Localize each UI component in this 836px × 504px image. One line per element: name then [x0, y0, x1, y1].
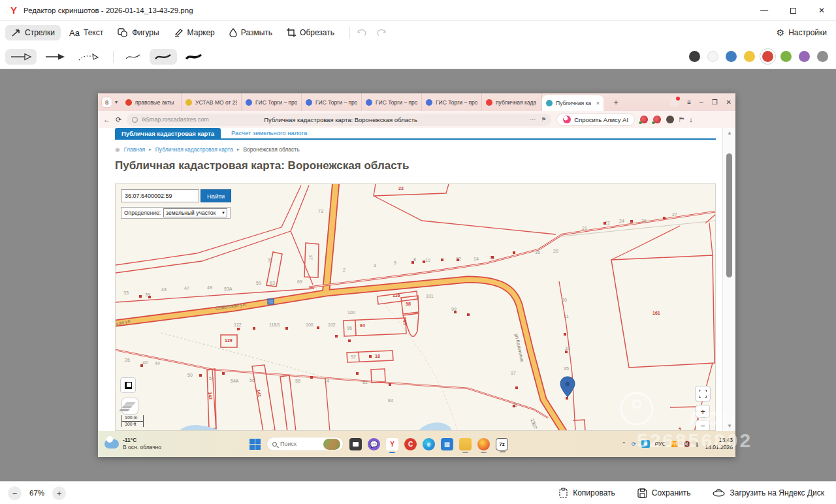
parcel-label: 116 [393, 293, 400, 298]
sync-tray-icon[interactable]: ⟳ [632, 441, 636, 447]
browser-tab[interactable]: публичная када [482, 93, 542, 111]
chat-app-icon[interactable]: 💬 [368, 438, 380, 450]
tray-app-icon[interactable]: ▣ [641, 440, 650, 448]
zoom-out-button[interactable]: − [8, 486, 22, 500]
zoom-in-button[interactable]: + [52, 486, 66, 500]
save-button[interactable]: Сохранить [637, 488, 691, 498]
color-swatch[interactable] [689, 51, 700, 62]
copy-button[interactable]: Копировать [558, 488, 615, 498]
undo-button[interactable] [357, 28, 367, 37]
shapes-tool-button[interactable]: Фигуры [112, 25, 165, 40]
text-tool-button[interactable]: Aa Текст [63, 25, 109, 41]
extension-icon[interactable] [640, 116, 648, 123]
arrows-tool-button[interactable]: Стрелки [5, 25, 61, 40]
arrow-style-dotted-button[interactable] [73, 49, 103, 65]
browser-close-icon[interactable]: ✕ [726, 99, 732, 106]
browser-tab[interactable]: УСТАВ МО от 29 [182, 93, 242, 111]
layers-button[interactable] [121, 398, 138, 415]
refresh-icon[interactable]: ⟳ [116, 116, 121, 124]
profile-icon[interactable] [670, 98, 679, 106]
scroll-down-icon[interactable]: ▼ [723, 423, 735, 429]
site-tab-cadastral-map[interactable]: Публичная кадастровая карта [115, 128, 221, 138]
browser-minimize-icon[interactable]: – [699, 99, 703, 106]
redo-button[interactable] [376, 28, 387, 37]
tray-expand-icon[interactable]: ⌃ [622, 441, 626, 447]
blur-tool-button[interactable]: Размыть [223, 25, 278, 40]
7zip-icon[interactable]: 7z [496, 438, 508, 450]
taskbar-search[interactable]: Поиск [266, 437, 344, 451]
cadastral-map[interactable]: 333943474953А596369732232372358101214151… [115, 183, 716, 431]
settings-button[interactable]: ⚙ Настройки [777, 27, 827, 38]
wifi-icon[interactable]: 🛜 [671, 441, 679, 447]
color-swatch[interactable] [780, 51, 792, 62]
breadcrumb-home[interactable]: Главная [124, 146, 145, 153]
scroll-up-icon[interactable]: ▲ [723, 130, 735, 136]
extension-icon[interactable] [666, 116, 674, 123]
language-indicator[interactable]: РУС [655, 441, 666, 447]
browser-menu-icon[interactable]: ≡ [687, 99, 691, 106]
more-icon[interactable]: ⋯ [530, 116, 536, 123]
task-view-icon[interactable] [349, 438, 362, 450]
battery-icon[interactable]: ▮ [696, 441, 699, 447]
address-field[interactable]: ik5map.roscadastres.com Публичная кадаст… [127, 114, 551, 126]
stroke-thin-button[interactable] [120, 49, 146, 65]
maximize-button[interactable] [779, 0, 807, 21]
stroke-thick-button[interactable] [180, 49, 208, 65]
back-icon[interactable]: ← [103, 116, 110, 123]
site-badge-icon[interactable] [132, 117, 138, 123]
explorer-folder-icon[interactable] [459, 438, 472, 450]
zoom-in-button[interactable]: + [696, 405, 710, 418]
zoom-out-button[interactable]: − [696, 420, 710, 431]
weather-widget[interactable]: -11°C В осн. облачно [104, 437, 161, 450]
cadastral-search-input[interactable]: 36:07:6400002:59 [121, 189, 199, 202]
color-swatch[interactable] [762, 51, 773, 62]
color-swatch[interactable] [799, 51, 810, 62]
browser-restore-icon[interactable]: ❐ [712, 99, 718, 106]
tab-counter[interactable]: 8 [101, 97, 112, 108]
browser-tab[interactable]: ГИС Торги – про [242, 93, 302, 111]
tab-close-icon[interactable]: × [596, 100, 600, 106]
windows-start-button[interactable] [249, 439, 261, 450]
alice-button[interactable]: Спросить Алису AI [556, 113, 635, 126]
download-icon[interactable]: ↓ [689, 116, 693, 123]
collections-icon[interactable]: ⛿ [679, 116, 684, 123]
browser-tab[interactable]: ГИС Торги – про [302, 93, 362, 111]
close-button[interactable]: ✕ [807, 0, 836, 21]
yandex-browser-icon[interactable]: Y [386, 438, 398, 450]
editor-canvas[interactable]: 8 ▾ правовые актыУСТАВ МО от 29ГИС Торги… [0, 69, 836, 481]
upload-yandex-disk-button[interactable]: Загрузить на Яндекс Диск [713, 488, 824, 497]
stroke-medium-button[interactable] [150, 49, 177, 65]
edge-icon[interactable]: e [423, 438, 435, 450]
breadcrumb-map[interactable]: Публичная кадастровая карта [155, 146, 233, 153]
map-search-button[interactable]: Найти [201, 189, 231, 202]
browser-scrollbar[interactable]: ▲ ▼ [722, 128, 735, 431]
arrow-style-solid-button[interactable] [40, 49, 70, 65]
color-swatch[interactable] [726, 51, 737, 62]
fullscreen-button[interactable] [695, 386, 711, 402]
crop-tool-button[interactable]: Обрезать [281, 25, 340, 40]
browser-tab[interactable]: правовые акты [121, 93, 182, 111]
chevron-down-icon[interactable]: ▾ [115, 99, 118, 105]
color-swatch[interactable] [744, 51, 755, 62]
definition-select[interactable]: земельный участок ▾ [163, 208, 227, 217]
parcel-label: 84 [388, 398, 393, 403]
volume-muted-icon[interactable]: 🔇 [683, 441, 690, 447]
minimize-button[interactable]: — [750, 0, 779, 21]
color-swatch[interactable] [817, 51, 828, 62]
browser-tab[interactable]: ГИС Торги – про [422, 93, 482, 111]
browser-tab[interactable]: ГИС Торги – про [362, 93, 422, 111]
arrow-style-outline-button[interactable] [5, 49, 37, 65]
scrollbar-thumb[interactable] [726, 153, 732, 277]
site-tab-land-tax[interactable]: Расчет земельного налога [231, 129, 307, 138]
yandex-start-icon[interactable]: C [404, 438, 417, 450]
firefox-icon[interactable] [477, 438, 490, 450]
bookmark-icon[interactable]: ⚑ [541, 116, 546, 123]
marker-tool-button[interactable]: Маркер [168, 25, 221, 40]
ruler-tool-button[interactable] [120, 377, 136, 393]
extension-icon[interactable] [653, 116, 661, 123]
taskbar-clock[interactable]: 13:43 14.01.2026 [705, 437, 733, 451]
store-app-icon[interactable]: ▦ [441, 438, 453, 450]
new-tab-button[interactable]: + [610, 97, 622, 108]
color-swatch[interactable] [707, 51, 718, 62]
browser-tab-active[interactable]: Публичная ка × [542, 95, 603, 111]
